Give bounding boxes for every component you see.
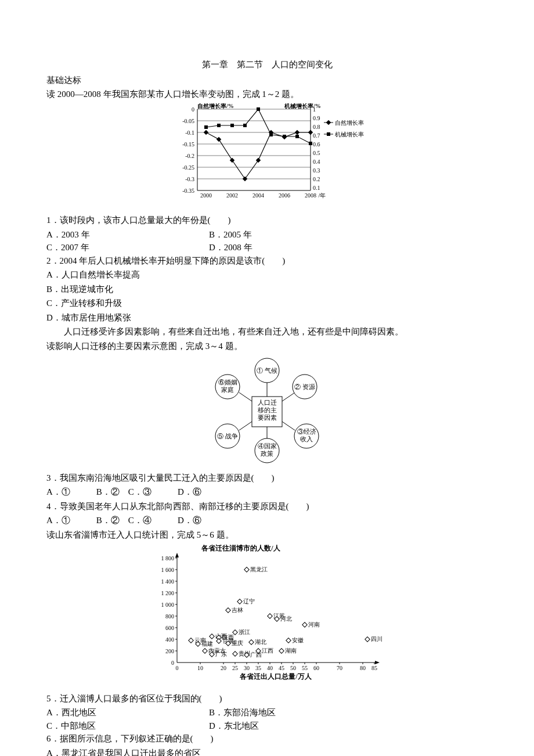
svg-text:0.1: 0.1 — [313, 185, 320, 191]
svg-rect-50 — [295, 135, 299, 138]
factors-diagram: 人口迁 移的主 要因素 ① 气候 — [46, 355, 488, 469]
svg-text:1 000: 1 000 — [161, 602, 175, 608]
svg-text:家庭: 家庭 — [221, 386, 234, 393]
svg-text:-0.3: -0.3 — [185, 176, 194, 182]
svg-text:重庆: 重庆 — [232, 640, 243, 646]
svg-text:湖南: 湖南 — [285, 647, 297, 654]
svg-text:湖北: 湖北 — [255, 639, 266, 645]
svg-text:河南: 河南 — [308, 621, 320, 628]
svg-rect-38 — [256, 157, 261, 162]
svg-rect-137 — [226, 608, 230, 613]
svg-text:四川: 四川 — [371, 636, 383, 642]
chart3-title: 各省迁往淄博市的人数/人 — [201, 544, 280, 552]
svg-rect-175 — [279, 649, 284, 653]
svg-line-67 — [239, 393, 252, 401]
svg-text:2008: 2008 — [305, 192, 316, 199]
svg-text:0.8: 0.8 — [313, 124, 320, 130]
svg-rect-41 — [295, 129, 300, 134]
chapter-title: 第一章 第二节 人口的空间变化 — [46, 58, 488, 71]
svg-text:0.9: 0.9 — [313, 115, 320, 121]
left-axis-label: 自然增长率/% — [197, 103, 234, 109]
svg-text:25: 25 — [232, 665, 238, 671]
intro-2b: 读影响人口迁移的主要因素示意图，完成 3～4 题。 — [46, 340, 488, 353]
svg-text:55: 55 — [302, 665, 308, 671]
svg-line-64 — [282, 422, 295, 430]
svg-rect-135 — [237, 599, 242, 604]
svg-text:0.2: 0.2 — [313, 176, 320, 182]
svg-text:200: 200 — [165, 648, 174, 654]
svg-rect-139 — [268, 614, 272, 618]
svg-text:0: 0 — [171, 660, 174, 666]
svg-text:2006: 2006 — [279, 192, 290, 199]
svg-text:移的主: 移的主 — [258, 406, 277, 413]
svg-text:⑥婚姻: ⑥婚姻 — [218, 379, 237, 386]
svg-text:广西: 广西 — [250, 651, 262, 658]
svg-text:2004: 2004 — [252, 192, 264, 199]
right-ticks: 1 0.9 0.8 0.7 0.6 0.5 0.4 0.3 0.2 0.1 — [313, 106, 320, 191]
svg-rect-51 — [309, 142, 312, 145]
question-1-stem: 1．该时段内，该市人口总量最大的年份是( ) — [46, 214, 488, 227]
intro-3: 读山东省淄博市迁入人口统计图，完成 5～6 题。 — [46, 528, 488, 542]
intro-2a: 人口迁移受许多因素影响，有些来自迁出地，有些来自迁入地，还有些是中间障碍因素。 — [46, 325, 488, 339]
svg-text:1 800: 1 800 — [161, 555, 175, 561]
chart-3: 各省迁往淄博市的人数/人 1 800 1 600 1 400 1 200 1 0… — [46, 543, 488, 690]
svg-text:福建: 福建 — [201, 640, 213, 647]
svg-rect-44 — [217, 124, 221, 127]
svg-marker-84 — [175, 553, 179, 557]
svg-text:35: 35 — [255, 665, 261, 671]
svg-text:-0.15: -0.15 — [182, 141, 194, 147]
question-5-options-cd: C．中部地区 D．东北地区 — [46, 719, 488, 733]
question-2-stem: 2．2004 年后人口机械增长率开始明显下降的原因是该市( ) — [46, 254, 488, 268]
svg-rect-47 — [257, 107, 260, 111]
svg-rect-147 — [210, 634, 214, 639]
svg-text:-0.2: -0.2 — [185, 153, 194, 159]
svg-rect-133 — [244, 567, 249, 572]
svg-rect-46 — [243, 124, 247, 127]
svg-text:黑龙江: 黑龙江 — [250, 566, 268, 573]
svg-rect-36 — [230, 157, 234, 162]
bubble-diagram: 人口迁 移的主 要因素 ① 气候 — [192, 355, 342, 465]
svg-text:③经济: ③经济 — [297, 428, 316, 435]
svg-text:-0.05: -0.05 — [182, 118, 194, 124]
option-a: A．西北地区 — [46, 706, 209, 719]
svg-text:0.6: 0.6 — [313, 141, 320, 147]
svg-text:2002: 2002 — [226, 192, 238, 199]
chart-1: 0 -0.05 -0.1 -0.15 -0.2 -0.25 -0.3 -0.35… — [46, 103, 488, 212]
svg-rect-37 — [243, 176, 247, 181]
svg-rect-49 — [283, 135, 286, 138]
svg-text:45: 45 — [279, 665, 284, 671]
svg-rect-161 — [286, 638, 291, 643]
svg-text:70: 70 — [337, 665, 342, 671]
question-5-options-ab: A．西北地区 B．东部沿海地区 — [46, 706, 488, 719]
svg-rect-43 — [204, 125, 208, 129]
svg-text:自然增长率: 自然增长率 — [335, 120, 364, 126]
option-d: D．2008 年 — [209, 241, 252, 254]
right-axis-label: 机械增长率/% — [284, 103, 321, 109]
question-1-options-cd: C．2007 年 D．2008 年 — [46, 241, 488, 254]
question-2-option-c: C．产业转移和升级 — [46, 297, 488, 310]
svg-text:② 资源: ② 资源 — [294, 383, 315, 390]
svg-text:河北: 河北 — [280, 615, 292, 622]
chart3-x-ticks: 0 10 20 25 30 35 40 45 50 55 60 70 80 85 — [176, 665, 378, 671]
svg-rect-169 — [233, 651, 237, 656]
svg-rect-153 — [217, 639, 221, 643]
svg-text:江西: 江西 — [262, 647, 273, 654]
svg-rect-45 — [230, 124, 234, 127]
question-6-stem: 6．据图所示信息，下列叙述正确的是( ) — [46, 732, 488, 746]
svg-text:40: 40 — [267, 665, 273, 671]
svg-text:0.3: 0.3 — [313, 167, 320, 174]
svg-text:安徽: 安徽 — [292, 637, 304, 643]
svg-text:-0.25: -0.25 — [182, 164, 194, 171]
svg-text:0: 0 — [192, 106, 194, 113]
question-5-stem: 5．迁入淄博人口最多的省区位于我国的( ) — [46, 692, 488, 705]
svg-text:广东: 广东 — [215, 651, 227, 657]
svg-text:浙江: 浙江 — [239, 629, 250, 635]
question-3-stem: 3．我国东南沿海地区吸引大量民工迁入的主要原因是( ) — [46, 471, 488, 485]
svg-text:-0.35: -0.35 — [182, 188, 194, 194]
svg-text:1 600: 1 600 — [161, 567, 175, 573]
svg-text:85: 85 — [371, 665, 377, 671]
x-ticks: 2000 2002 2004 2006 2008 /年 — [200, 192, 326, 199]
option-b: B．东部沿海地区 — [209, 706, 276, 719]
svg-text:0.4: 0.4 — [313, 159, 320, 165]
svg-marker-86 — [375, 661, 380, 664]
